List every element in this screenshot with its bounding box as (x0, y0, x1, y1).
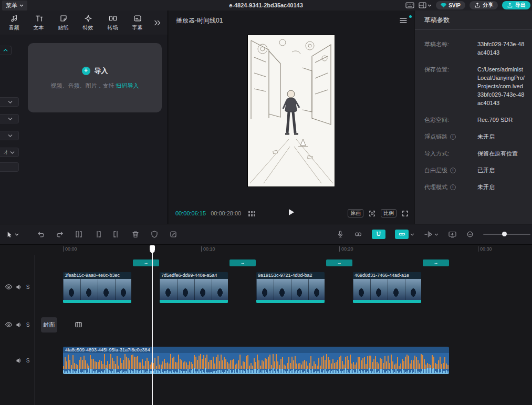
video-clip[interactable]: 9a19153c-9721-4d0d-ba2 (256, 272, 325, 303)
video-track-header: S (0, 282, 34, 292)
transition-clip[interactable]: → (423, 259, 449, 266)
solo-button[interactable]: S (26, 322, 30, 328)
fullscreen-icon[interactable] (401, 210, 409, 217)
draft-field-label: 草稿名称: (424, 40, 449, 48)
zoom-out-icon[interactable] (466, 231, 474, 238)
transition-clip[interactable]: → (230, 259, 256, 266)
delete-icon[interactable] (131, 230, 140, 238)
draft-field-label: 代理模式 (424, 183, 447, 191)
video-clip[interactable]: 3feab15c-9aa0-4e8c-b3ec (63, 272, 131, 303)
frame-grid-icon[interactable] (248, 211, 256, 216)
trim-right-icon[interactable] (112, 230, 121, 238)
cover-button[interactable]: 封面 (41, 317, 57, 333)
split-icon[interactable] (75, 230, 83, 238)
tab-label: 字幕 (132, 24, 143, 32)
expand-panel-icon[interactable] (154, 20, 161, 26)
tab-effects[interactable]: 特效 (76, 14, 100, 32)
clip-selected-bar (63, 300, 131, 303)
tab-caption[interactable]: 字幕 (125, 14, 150, 32)
tab-audio[interactable]: 音频 (2, 14, 26, 32)
tab-sticker[interactable]: 贴纸 (51, 14, 76, 32)
share-icon (474, 2, 481, 8)
import-label: 导入 (95, 66, 108, 76)
linkage-toggle-button[interactable] (395, 230, 414, 239)
import-dropzone[interactable]: + 导入 视频、音频、图片，支持 扫码导入 (28, 43, 162, 112)
solo-button[interactable]: S (26, 358, 30, 364)
eye-icon[interactable] (5, 321, 13, 328)
tab-text[interactable]: 文本 (26, 14, 51, 32)
original-quality-button[interactable]: 原画 (348, 209, 363, 217)
play-button[interactable] (288, 209, 295, 216)
zoom-slider-handle[interactable] (502, 232, 507, 236)
share-button[interactable]: 分享 (470, 1, 498, 9)
category-stub[interactable] (0, 162, 19, 172)
edit-params-icon[interactable] (169, 230, 178, 238)
speaker-icon[interactable] (15, 321, 23, 328)
film-icon[interactable] (74, 320, 83, 329)
category-stub-active[interactable] (0, 46, 12, 55)
menu-label: 菜单 (6, 2, 17, 9)
preview-axis-dropdown[interactable] (424, 230, 439, 238)
overlapping-circles-icon[interactable] (354, 230, 362, 238)
category-stub[interactable] (0, 131, 19, 140)
draft-row-import-mode: 导入方式: 保留在原有位置 (424, 149, 532, 158)
player-panel: 播放器-时间线01 (169, 11, 414, 224)
player-controls: 00:00:06:15 00:00:28:00 原画 比例 (169, 208, 414, 220)
speaker-icon[interactable] (15, 357, 23, 364)
shortcut-keys-icon[interactable] (405, 2, 414, 8)
shield-icon[interactable] (150, 230, 159, 238)
audio-clip[interactable]: 4fa8c509-4893-445f-95fa-31a7f8e0e384 (63, 347, 449, 374)
chevron-down-icon (8, 134, 13, 137)
video-clip[interactable]: 7d5edfe6-dd99-440e-a5a4 (160, 272, 228, 303)
category-stub[interactable] (0, 97, 19, 107)
draft-field-value: 33bfc029-743e-48 ac40143 (477, 40, 532, 57)
redo-icon[interactable] (56, 230, 64, 238)
select-tool-dropdown[interactable] (5, 231, 19, 238)
category-stub[interactable]: 才 (0, 148, 19, 157)
ruler-label: 00:00 (63, 246, 77, 252)
layout-switch-icon[interactable] (419, 2, 432, 8)
mic-icon[interactable] (336, 230, 345, 238)
chevron-down-icon (8, 117, 13, 120)
share-label: 分享 (483, 2, 493, 9)
effects-icon (84, 14, 92, 23)
audio-icon (10, 14, 18, 23)
aspect-ratio-button[interactable]: 比例 (381, 209, 397, 217)
export-button[interactable]: 导出 (502, 1, 530, 9)
fit-zoom-icon[interactable] (368, 210, 376, 217)
tab-transition[interactable]: 转场 (100, 14, 125, 32)
caption-icon (133, 14, 142, 23)
draft-params-panel: 草稿参数 草稿名称: 33bfc029-743e-48 ac40143 保存位置… (415, 11, 532, 224)
clip-thumbnails (256, 279, 325, 300)
clip-name: 3feab15c-9aa0-4e8c-b3ec (63, 272, 131, 279)
plus-icon: + (82, 67, 90, 75)
tv-export-icon[interactable] (448, 230, 457, 238)
draft-row-proxy-mode: 代理模式i 未开启 (424, 183, 532, 191)
topbar: 菜单 e-4824-9341-2bd35ac40143 SVIP 分享 导出 (0, 0, 532, 11)
info-icon[interactable]: i (450, 168, 456, 173)
tab-label: 转场 (108, 24, 118, 32)
info-icon[interactable]: i (450, 184, 456, 190)
category-stub[interactable] (0, 114, 19, 123)
svip-button[interactable]: SVIP (436, 1, 465, 9)
info-icon[interactable]: i (450, 134, 456, 140)
clip-selected-bar (353, 300, 421, 303)
snap-toggle-button[interactable] (372, 230, 385, 239)
speaker-icon[interactable] (15, 284, 23, 290)
tab-label: 文本 (34, 24, 44, 32)
playhead-handle[interactable] (150, 245, 155, 251)
trim-left-icon[interactable] (93, 230, 102, 238)
scan-import-link[interactable]: 扫码导入 (116, 82, 139, 89)
clip-thumbnails (160, 279, 228, 300)
video-clip[interactable]: 469d8d31-7466-44ad-a1e (353, 272, 421, 303)
transition-clip[interactable]: → (326, 259, 352, 266)
draft-row-colorspace: 色彩空间: Rec.709 SDR (424, 116, 532, 124)
undo-icon[interactable] (37, 230, 45, 238)
eye-icon[interactable] (5, 284, 13, 290)
playhead[interactable] (149, 245, 155, 405)
menu-button[interactable]: 菜单 (2, 1, 27, 11)
timeline-zoom-slider[interactable] (483, 234, 530, 235)
solo-button[interactable]: S (26, 284, 30, 290)
draft-field-label: 自由层级 (424, 166, 447, 174)
player-menu-icon[interactable] (400, 17, 407, 24)
